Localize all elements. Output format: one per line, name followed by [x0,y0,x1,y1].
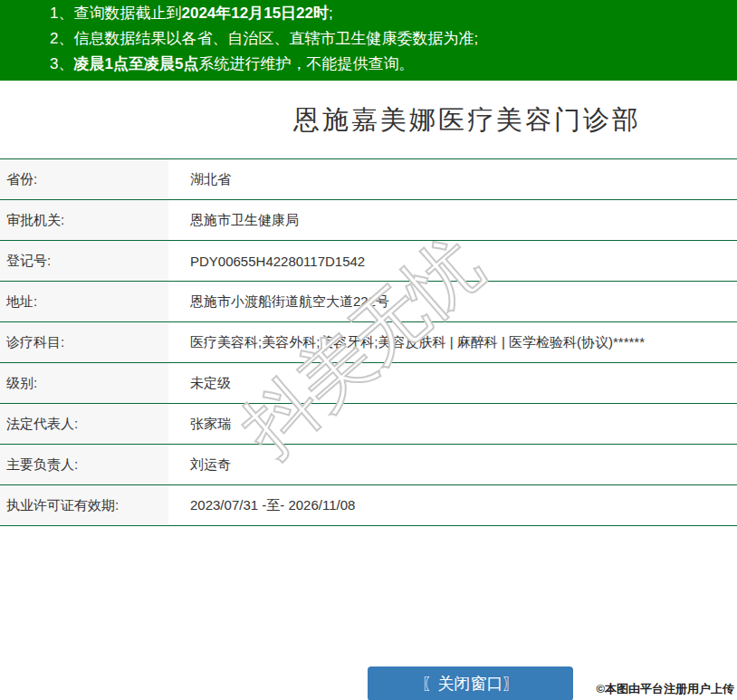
field-value-license-validity: 2023/07/31 -至- 2026/11/08 [168,485,737,526]
table-row-registration-number: 登记号: PDY00655H42280117D1542 [0,241,737,282]
field-value-legal-representative: 张家瑞 [168,404,737,445]
table-row-license-validity: 执业许可证有效期: 2023/07/31 -至- 2026/11/08 [0,485,737,526]
field-label-clinical-departments: 诊疗科目: [0,322,168,363]
notice-line-1-number: 1、 [50,5,73,22]
field-label-level: 级别: [0,363,168,404]
close-window-button[interactable]: 〖关闭窗口〗 [368,666,573,700]
notice-line-2-text: 信息数据结果以各省、自治区、直辖市卫生健康委数据为准; [73,30,478,47]
notice-line-2: 2、信息数据结果以各省、自治区、直辖市卫生健康委数据为准; [50,26,728,52]
field-label-approval-authority: 审批机关: [0,200,168,241]
notice-bar: 1、查询数据截止到2024年12月15日22时; 2、信息数据结果以各省、自治区… [0,0,737,81]
field-value-approval-authority: 恩施市卫生健康局 [168,200,737,241]
field-label-address: 地址: [0,282,168,322]
table-row-address: 地址: 恩施市小渡船街道航空大道222号 [0,282,737,322]
field-label-legal-representative: 法定代表人: [0,404,168,445]
table-row-approval-authority: 审批机关: 恩施市卫生健康局 [0,200,737,241]
notice-line-2-number: 2、 [50,30,73,47]
notice-line-3-bold: 凌晨1点至凌晨5点 [73,55,198,72]
field-value-level: 未定级 [168,363,737,404]
field-label-principal: 主要负责人: [0,445,168,485]
field-value-clinical-departments: 医疗美容科;美容外科;美容牙科;美容皮肤科 | 麻醉科 | 医学检验科(协议)*… [168,322,737,363]
table-row-legal-representative: 法定代表人: 张家瑞 [0,404,737,445]
notice-line-1: 1、查询数据截止到2024年12月15日22时; [50,1,728,26]
notice-line-3: 3、凌晨1点至凌晨5点系统进行维护，不能提供查询。 [50,52,728,77]
field-label-license-validity: 执业许可证有效期: [0,485,168,526]
notice-line-3-tail: 系统进行维护，不能提供查询。 [198,55,414,72]
field-value-address: 恩施市小渡船街道航空大道222号 [168,282,737,322]
table-row-clinical-departments: 诊疗科目: 医疗美容科;美容外科;美容牙科;美容皮肤科 | 麻醉科 | 医学检验… [0,322,737,363]
notice-line-1-bold: 2024年12月15日22时 [181,5,329,22]
page-title: 恩施嘉美娜医疗美容门诊部 [0,103,737,136]
field-value-province: 湖北省 [168,159,737,200]
footer-copyright: ©本图由平台注册用户上传 [596,681,734,697]
table-row-principal: 主要负责人: 刘运奇 [0,445,737,485]
notice-line-1-text: 查询数据截止到 [73,5,181,22]
field-value-principal: 刘运奇 [168,445,737,485]
notice-line-3-number: 3、 [50,55,73,72]
field-value-registration-number: PDY00655H42280117D1542 [168,241,737,282]
table-row-province: 省份: 湖北省 [0,159,737,200]
field-label-registration-number: 登记号: [0,241,168,282]
institution-detail-table: 省份: 湖北省 审批机关: 恩施市卫生健康局 登记号: PDY00655H422… [0,158,737,526]
field-label-province: 省份: [0,159,168,200]
notice-line-1-tail: ; [329,5,333,22]
table-row-level: 级别: 未定级 [0,363,737,404]
